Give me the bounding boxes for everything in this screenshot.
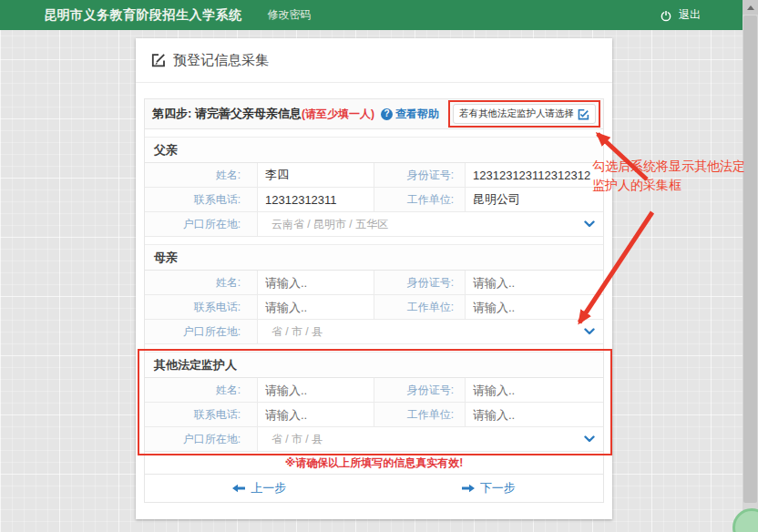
- guardian-phone-label: 联系电话:: [145, 403, 258, 426]
- step-header: 第四步: 请完善父亲母亲信息 (请至少填一人) ? 查看帮助 若有其他法定监护人…: [145, 99, 603, 129]
- section-father-title: 父亲: [145, 137, 603, 163]
- table-row: 联系电话: 工作单位:: [145, 403, 603, 427]
- guardian-work-input[interactable]: [473, 408, 603, 422]
- table-row: 联系电话: 工作单位:: [145, 295, 603, 320]
- next-step-label: 下一步: [480, 480, 516, 496]
- table-row: 姓名: 身份证号:: [145, 378, 603, 403]
- arrow-right-icon: [462, 484, 475, 493]
- mother-phone-input[interactable]: [265, 301, 374, 314]
- help-label: 查看帮助: [395, 107, 439, 122]
- card-header: 预登记信息采集: [136, 38, 612, 83]
- father-phone-label: 联系电话:: [145, 188, 258, 211]
- mother-name-input[interactable]: [265, 276, 374, 290]
- section-other-guardian-title: 其他法定监护人: [145, 352, 603, 378]
- power-icon: [660, 9, 672, 22]
- annotation-line-2: 监护人的采集框: [592, 176, 756, 195]
- guardian-button-wrap: 若有其他法定监护人请选择: [453, 104, 596, 124]
- table-row: 户口所在地: 省 / 市 / 县: [145, 427, 603, 452]
- scroll-up-button[interactable]: [743, 0, 758, 15]
- table-row: 户口所在地: 省 / 市 / 县: [145, 320, 603, 344]
- corner-floating-button[interactable]: [732, 508, 758, 532]
- annotation-line-1: 勾选后系统将显示其他法定: [592, 157, 756, 176]
- view-help-link[interactable]: ? 查看帮助: [381, 107, 439, 122]
- guardian-phone-input[interactable]: [265, 408, 374, 422]
- father-phone-input[interactable]: [265, 193, 374, 207]
- scroll-up-icon: [747, 5, 754, 10]
- section-father: 父亲 姓名: 身份证号: 联系电话: 工作单位:: [145, 137, 603, 237]
- guardian-region-label: 户口所在地:: [145, 427, 258, 451]
- guardian-name-input[interactable]: [265, 384, 374, 397]
- pre-registration-card: 预登记信息采集 第四步: 请完善父亲母亲信息 (请至少填一人) ? 查看帮助 若…: [136, 38, 612, 519]
- top-navbar: 昆明市义务教育阶段招生入学系统 修改密码 退出: [0, 0, 743, 30]
- guardian-work-label: 工作单位:: [374, 403, 466, 426]
- change-password-link[interactable]: 修改密码: [268, 7, 312, 23]
- mother-region-select[interactable]: 省 / 市 / 县: [258, 320, 576, 343]
- section-mother-title: 母亲: [145, 244, 603, 271]
- checkbox-edit-icon: [578, 108, 589, 120]
- page-title: 预登记信息采集: [173, 52, 269, 69]
- table-row: 户口所在地: 云南省 / 昆明市 / 五华区: [145, 212, 603, 237]
- logout-button[interactable]: 退出: [660, 0, 701, 30]
- section-other-guardian: 其他法定监护人 姓名: 身份证号: 联系电话: 工作单位:: [145, 352, 603, 452]
- table-row: 姓名: 身份证号:: [145, 271, 603, 295]
- father-work-label: 工作单位:: [374, 188, 466, 211]
- guardian-id-label: 身份证号:: [374, 378, 466, 402]
- wizard-nav: 上一步 下一步: [145, 475, 603, 502]
- section-mother: 母亲 姓名: 身份证号: 联系电话: 工作单位:: [145, 244, 603, 344]
- app-title: 昆明市义务教育阶段招生入学系统: [44, 7, 242, 24]
- edit-icon: [151, 53, 166, 67]
- mother-id-input[interactable]: [473, 276, 603, 290]
- vertical-scrollbar[interactable]: [743, 0, 758, 532]
- mother-phone-label: 联系电话:: [145, 295, 258, 319]
- mother-work-label: 工作单位:: [374, 295, 466, 319]
- mother-name-label: 姓名:: [145, 271, 258, 294]
- arrow-left-icon: [232, 484, 245, 493]
- logout-label: 退出: [679, 7, 701, 23]
- validity-notice: ※请确保以上所填写的信息真实有效!: [145, 452, 603, 475]
- father-region-label: 户口所在地:: [145, 212, 258, 236]
- guardian-name-label: 姓名:: [145, 378, 258, 402]
- guardian-button-label: 若有其他法定监护人请选择: [459, 107, 574, 120]
- question-icon: ?: [381, 108, 393, 120]
- guardian-id-input[interactable]: [473, 384, 603, 397]
- table-row: 联系电话: 工作单位:: [145, 188, 603, 212]
- father-id-input[interactable]: [473, 169, 603, 182]
- mother-work-input[interactable]: [473, 301, 603, 314]
- father-region-select[interactable]: 云南省 / 昆明市 / 五华区: [258, 212, 576, 236]
- mother-region-label: 户口所在地:: [145, 320, 258, 343]
- annotation-note: 勾选后系统将显示其他法定 监护人的采集框: [592, 157, 756, 195]
- father-name-label: 姓名:: [145, 163, 258, 187]
- father-name-input[interactable]: [265, 169, 374, 182]
- prev-step-label: 上一步: [251, 480, 286, 496]
- guardian-region-select[interactable]: 省 / 市 / 县: [258, 427, 576, 451]
- table-row: 姓名: 身份证号:: [145, 163, 603, 188]
- father-id-label: 身份证号:: [374, 163, 466, 187]
- step-hint: (请至少填一人): [302, 107, 374, 122]
- father-work-input[interactable]: [473, 193, 603, 207]
- chevron-down-icon[interactable]: [576, 320, 603, 343]
- form-panel: 第四步: 请完善父亲母亲信息 (请至少填一人) ? 查看帮助 若有其他法定监护人…: [144, 98, 604, 503]
- scrollbar-thumb[interactable]: [743, 15, 757, 503]
- chevron-down-icon[interactable]: [576, 212, 603, 236]
- next-step-button[interactable]: 下一步: [374, 475, 604, 502]
- step-title: 第四步: 请完善父亲母亲信息: [152, 106, 302, 122]
- mother-id-label: 身份证号:: [374, 271, 466, 294]
- other-guardian-select-button[interactable]: 若有其他法定监护人请选择: [453, 104, 596, 124]
- chevron-down-icon[interactable]: [576, 427, 603, 451]
- prev-step-button[interactable]: 上一步: [145, 475, 374, 502]
